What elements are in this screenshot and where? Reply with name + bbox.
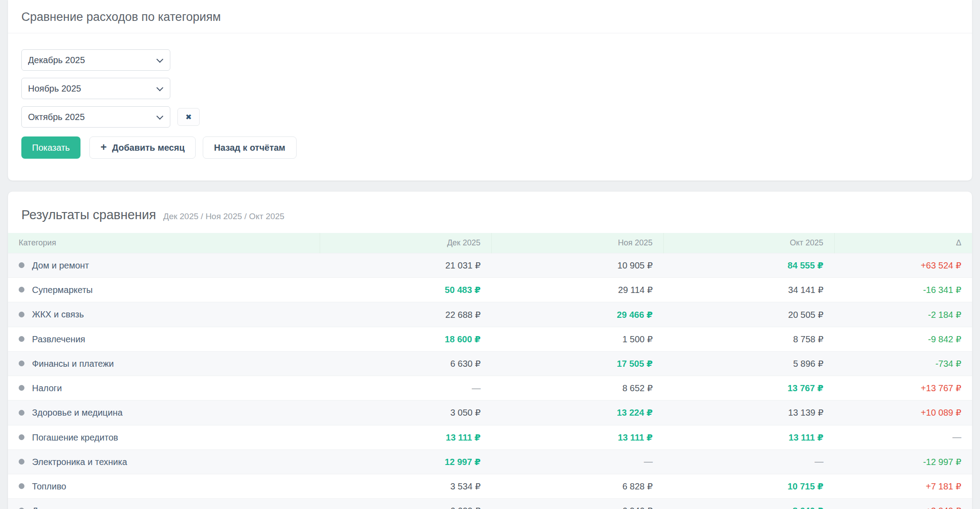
value-cell: 21 031 ₽ [320, 253, 491, 278]
table-row: Дом и ремонт21 031 ₽10 905 ₽84 555 ₽+63 … [8, 253, 972, 278]
category-dot-icon [19, 262, 24, 268]
month-select-row-2: Ноябрь 2025 [21, 78, 959, 99]
category-dot-icon [19, 434, 24, 440]
delta-cell: +10 089 ₽ [834, 401, 972, 425]
table-row: Дети6 600 ₽6 946 ₽8 640 ₽+2 040 ₽ [8, 499, 972, 509]
category-dot-icon [19, 336, 24, 342]
back-to-reports-button[interactable]: Назад к отчётам [203, 136, 296, 159]
value-cell: 13 111 ₽ [663, 425, 834, 449]
month-select-row-1: Декабрь 2025 [21, 49, 959, 71]
category-name: Погашение кредитов [32, 433, 118, 442]
category-cell: Финансы и платежи [8, 351, 320, 376]
category-cell: Погашение кредитов [8, 425, 320, 449]
column-header-month-2: Ноя 2025 [491, 233, 663, 253]
results-title: Результаты сравнения [21, 206, 156, 223]
value-cell: — [491, 449, 663, 474]
month-select-row-3: Октябрь 2025 ✖ [21, 106, 959, 128]
delta-cell: — [834, 425, 972, 449]
value-cell: 12 997 ₽ [320, 449, 491, 474]
filters-card-header: Сравнение расходов по категориям [8, 0, 972, 33]
close-icon: ✖ [185, 113, 192, 121]
value-cell: — [320, 376, 491, 401]
value-cell: — [663, 449, 834, 474]
results-card: Результаты сравнения Дек 2025 / Ноя 2025… [8, 192, 972, 509]
category-dot-icon [19, 312, 24, 317]
table-row: Погашение кредитов13 111 ₽13 111 ₽13 111… [8, 425, 972, 449]
delta-cell: -734 ₽ [834, 351, 972, 376]
value-cell: 6 630 ₽ [320, 351, 491, 376]
category-dot-icon [19, 385, 24, 391]
table-row: Топливо3 534 ₽6 828 ₽10 715 ₽+7 181 ₽ [8, 474, 972, 498]
value-cell: 50 483 ₽ [320, 278, 491, 302]
delta-cell: -9 842 ₽ [834, 327, 972, 351]
value-cell: 17 505 ₽ [491, 351, 663, 376]
column-header-delta: Δ [834, 233, 972, 253]
value-cell: 5 896 ₽ [663, 351, 834, 376]
category-name: Дети [32, 506, 52, 509]
value-cell: 13 139 ₽ [663, 401, 834, 425]
value-cell: 13 111 ₽ [491, 425, 663, 449]
value-cell: 6 946 ₽ [491, 499, 663, 509]
add-month-button[interactable]: + Добавить месяц [89, 136, 196, 159]
category-cell: Дети [8, 499, 320, 509]
results-subtitle: Дек 2025 / Ноя 2025 / Окт 2025 [163, 212, 285, 221]
category-cell: ЖКХ и связь [8, 302, 320, 327]
category-cell: Электроника и техника [8, 449, 320, 474]
add-month-label: Добавить месяц [112, 143, 185, 153]
month-select-wrap-2: Ноябрь 2025 [21, 78, 170, 99]
category-cell: Дом и ремонт [8, 253, 320, 278]
value-cell: 13 111 ₽ [320, 425, 491, 449]
value-cell: 8 652 ₽ [491, 376, 663, 401]
value-cell: 10 905 ₽ [491, 253, 663, 278]
table-row: Здоровье и медицина3 050 ₽13 224 ₽13 139… [8, 401, 972, 425]
delta-cell: +2 040 ₽ [834, 499, 972, 509]
delta-cell: +13 767 ₽ [834, 376, 972, 401]
category-name: Топливо [32, 481, 66, 491]
value-cell: 22 688 ₽ [320, 302, 491, 327]
value-cell: 8 758 ₽ [663, 327, 834, 351]
month-select-3[interactable]: Октябрь 2025 [21, 106, 170, 128]
comparison-table: Категория Дек 2025 Ноя 2025 Окт 2025 Δ Д… [8, 233, 972, 509]
table-row: Развлечения18 600 ₽1 500 ₽8 758 ₽-9 842 … [8, 327, 972, 351]
table-row: Супермаркеты50 483 ₽29 114 ₽34 141 ₽-16 … [8, 278, 972, 302]
category-cell: Топливо [8, 474, 320, 498]
results-header: Результаты сравнения Дек 2025 / Ноя 2025… [8, 192, 972, 233]
delta-cell: +7 181 ₽ [834, 474, 972, 498]
value-cell: 8 640 ₽ [663, 499, 834, 509]
value-cell: 6 828 ₽ [491, 474, 663, 498]
month-select-wrap-3: Октябрь 2025 [21, 106, 170, 128]
month-select-1[interactable]: Декабрь 2025 [21, 49, 170, 71]
remove-month-button[interactable]: ✖ [177, 108, 200, 126]
value-cell: 10 715 ₽ [663, 474, 834, 498]
value-cell: 6 600 ₽ [320, 499, 491, 509]
category-dot-icon [19, 287, 24, 293]
table-row: Электроника и техника12 997 ₽——-12 997 ₽ [8, 449, 972, 474]
value-cell: 3 050 ₽ [320, 401, 491, 425]
value-cell: 13 767 ₽ [663, 376, 834, 401]
value-cell: 13 224 ₽ [491, 401, 663, 425]
value-cell: 84 555 ₽ [663, 253, 834, 278]
category-name: Дом и ремонт [32, 261, 89, 270]
column-header-category: Категория [8, 233, 320, 253]
category-cell: Здоровье и медицина [8, 401, 320, 425]
month-select-wrap-1: Декабрь 2025 [21, 49, 170, 71]
category-name: Налоги [32, 383, 62, 393]
value-cell: 20 505 ₽ [663, 302, 834, 327]
value-cell: 1 500 ₽ [491, 327, 663, 351]
category-dot-icon [19, 459, 24, 465]
category-name: Здоровье и медицина [32, 408, 123, 418]
category-name: Супермаркеты [32, 285, 92, 295]
value-cell: 18 600 ₽ [320, 327, 491, 351]
column-header-month-1: Дек 2025 [320, 233, 491, 253]
category-name: Финансы и платежи [32, 359, 114, 369]
plus-icon: + [100, 142, 107, 152]
category-cell: Налоги [8, 376, 320, 401]
category-cell: Развлечения [8, 327, 320, 351]
category-cell: Супермаркеты [8, 278, 320, 302]
show-button[interactable]: Показать [21, 136, 80, 159]
category-dot-icon [19, 410, 24, 416]
table-header-row: Категория Дек 2025 Ноя 2025 Окт 2025 Δ [8, 233, 972, 253]
category-dot-icon [19, 483, 24, 489]
month-select-2[interactable]: Ноябрь 2025 [21, 78, 170, 99]
delta-cell: +63 524 ₽ [834, 253, 972, 278]
